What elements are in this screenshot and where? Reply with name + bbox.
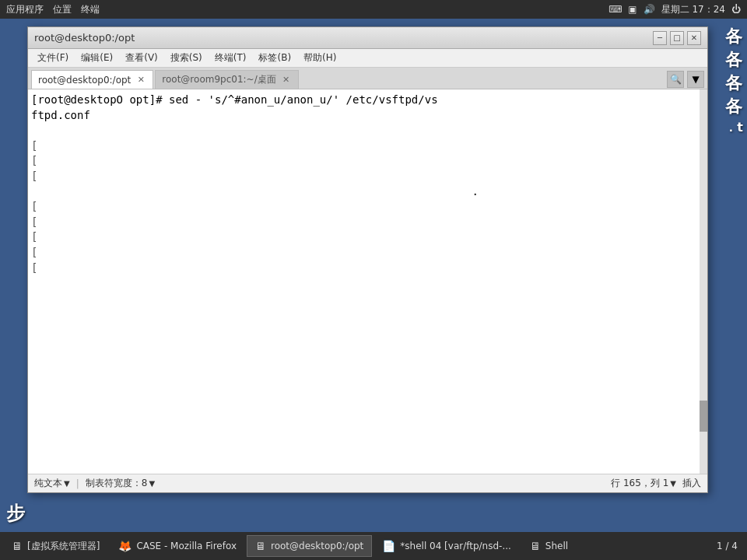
app-menu[interactable]: 应用程序	[6, 3, 44, 16]
terminal-content-area[interactable]: [root@desktopO opt]# sed - 's/^#anon_u/a…	[28, 89, 707, 474]
menu-help[interactable]: 帮助(H)	[297, 50, 342, 66]
tab-desktop0[interactable]: root@desktop0:/opt ✕	[31, 70, 153, 89]
menu-bar: 文件(F) 编辑(E) 查看(V) 搜索(S) 终端(T) 标签(B) 帮助(H…	[28, 49, 707, 68]
top-bar-left: 应用程序 位置 终端	[6, 3, 100, 16]
terminal-line-1: [root@desktopO opt]# sed - 's/^#anon_u/a…	[31, 93, 696, 108]
taskbar-label-firefox: CASE - Mozilla Firefox	[136, 541, 237, 551]
desktop-icon-bottom: 步	[6, 501, 25, 526]
sidebar-icon-2: 各	[725, 51, 742, 68]
tab-close-desktop0[interactable]: ✕	[135, 75, 146, 86]
menu-edit[interactable]: 编辑(E)	[75, 50, 119, 66]
tab-new-button[interactable]: ▼	[687, 71, 704, 88]
tab-label-room9: root@room9pc01:~/桌面	[162, 73, 275, 86]
position-label: 行 165，列 1	[611, 477, 668, 490]
window-controls: ─ □ ✕	[653, 31, 701, 45]
taskbar-item-shell04[interactable]: 📄 *shell 04 [var/ftp/nsd-...	[374, 535, 520, 557]
tabwidth-label: 制表符宽度：8	[86, 477, 148, 490]
menu-view[interactable]: 查看(V)	[119, 50, 164, 66]
power-icon: ⏻	[731, 4, 741, 15]
close-button[interactable]: ✕	[687, 31, 701, 45]
places-menu[interactable]: 位置	[53, 3, 72, 16]
taskbar-item-shell[interactable]: 🖥 Shell	[521, 535, 577, 557]
terminal-text: [root@desktopO opt]# sed - 's/^#anon_u/a…	[28, 89, 700, 474]
mode-label: 插入	[682, 477, 701, 490]
top-system-bar: 应用程序 位置 终端 ⌨ ▣ 🔊 星期二 17：24 ⏻	[0, 0, 747, 19]
encoding-dropdown[interactable]: 纯文本 ▼	[34, 477, 70, 490]
sidebar-icon-3: 各	[725, 75, 742, 92]
taskbar-item-vmm[interactable]: 🖥 [虚拟系统管理器]	[3, 535, 108, 557]
tabwidth-dropdown[interactable]: 制表符宽度：8 ▼	[86, 477, 155, 490]
tab-search-button[interactable]: 🔍	[667, 71, 684, 88]
terminal-title-text: root@desktop0:/opt	[34, 32, 135, 44]
shell04-icon: 📄	[382, 540, 395, 552]
minimize-button[interactable]: ─	[653, 31, 667, 45]
tab-room9[interactable]: root@room9pc01:~/桌面 ✕	[155, 70, 298, 89]
vmm-icon: 🖥	[12, 540, 23, 552]
tab-close-room9[interactable]: ✕	[281, 75, 292, 86]
taskbar-pager: 1 / 4	[710, 541, 744, 551]
top-bar-right: ⌨ ▣ 🔊 星期二 17：24 ⏻	[608, 3, 741, 16]
taskbar-label-shell04: *shell 04 [var/ftp/nsd-...	[400, 541, 511, 551]
terminal-line-2: ftpd.conf	[31, 108, 696, 124]
tab-bar: root@desktop0:/opt ✕ root@room9pc01:~/桌面…	[28, 68, 707, 89]
menu-search[interactable]: 搜索(S)	[164, 50, 209, 66]
taskbar-label-vmm: [虚拟系统管理器]	[27, 540, 100, 553]
encoding-arrow: ▼	[64, 479, 70, 488]
terminal-title-bar: root@desktop0:/opt ─ □ ✕	[28, 27, 707, 49]
sidebar-icon-t: ．t	[724, 121, 743, 134]
right-sidebar: 各 各 各 各 ．t	[723, 22, 745, 532]
status-bar: 纯文本 ▼ | 制表符宽度：8 ▼ 行 165，列 1 ▼ 插入	[28, 474, 707, 492]
tab-extra-controls: 🔍 ▼	[667, 70, 704, 89]
maximize-button[interactable]: □	[670, 31, 684, 45]
taskbar-label-shell: Shell	[545, 541, 568, 551]
menu-terminal[interactable]: 终端(T)	[209, 50, 253, 66]
terminal-menu[interactable]: 终端	[81, 3, 100, 16]
taskbar: 🖥 [虚拟系统管理器] 🦊 CASE - Mozilla Firefox 🖥 r…	[0, 532, 747, 560]
menu-tabs[interactable]: 标签(B)	[252, 50, 297, 66]
sidebar-icon-1: 各	[725, 28, 742, 45]
status-right: 行 165，列 1 ▼ 插入	[611, 477, 701, 490]
taskbar-item-firefox[interactable]: 🦊 CASE - Mozilla Firefox	[110, 535, 245, 557]
taskbar-label-terminal: root@desktop0:/opt	[271, 541, 363, 551]
terminal-scrollbar[interactable]	[700, 89, 707, 474]
volume-icon: 🔊	[644, 4, 655, 15]
position-dropdown[interactable]: 行 165，列 1 ▼	[611, 477, 676, 490]
encoding-label: 纯文本	[34, 477, 62, 490]
scrollbar-thumb[interactable]	[700, 401, 707, 432]
network-icon: ▣	[628, 4, 637, 15]
sidebar-icon-4: 各	[725, 98, 742, 115]
datetime-display: 星期二 17：24	[661, 3, 725, 16]
shell-icon: 🖥	[530, 540, 541, 552]
tab-label-desktop0: root@desktop0:/opt	[38, 75, 131, 86]
menu-file[interactable]: 文件(F)	[31, 50, 75, 66]
taskbar-item-terminal[interactable]: 🖥 root@desktop0:/opt	[247, 535, 372, 557]
tabwidth-arrow: ▼	[149, 479, 155, 488]
firefox-icon: 🦊	[118, 540, 132, 552]
keyboard-icon: ⌨	[608, 4, 622, 15]
position-arrow: ▼	[670, 479, 676, 488]
terminal-icon: 🖥	[255, 540, 266, 552]
terminal-window: root@desktop0:/opt ─ □ ✕ 文件(F) 编辑(E) 查看(…	[27, 26, 708, 493]
